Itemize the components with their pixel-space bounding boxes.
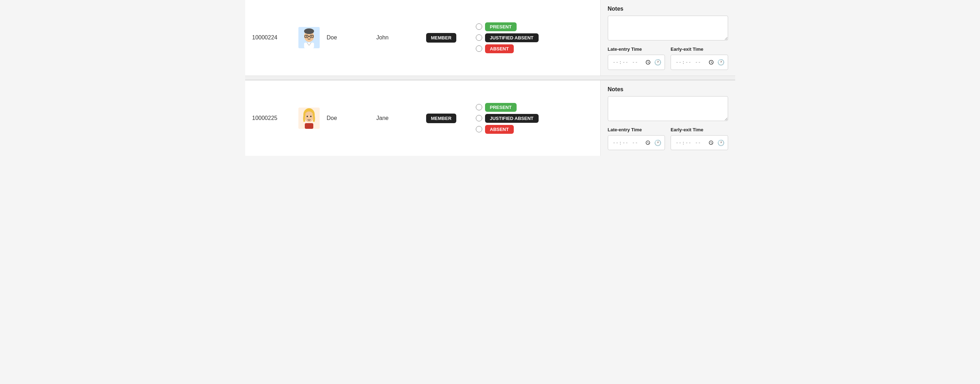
time-fields-2: Late-entry Time 🕐 Early-exit Time 🕐: [608, 127, 728, 150]
member-row-2: 10000225: [245, 80, 735, 156]
badge-present-2: PRESENT: [485, 103, 517, 112]
notes-textarea-2[interactable]: [608, 96, 728, 121]
attendance-absent-2[interactable]: ABSENT: [476, 125, 547, 134]
badge-justified-2: JUSTIFIED ABSENT: [485, 114, 539, 123]
badge-present-1: PRESENT: [485, 22, 517, 31]
notes-textarea-1[interactable]: [608, 16, 728, 40]
member-lastname-2: Doe: [327, 115, 369, 121]
role-badge-2: MEMBER: [426, 113, 457, 123]
early-exit-group-2: Early-exit Time 🕐: [671, 127, 728, 150]
badge-justified-1: JUSTIFIED ABSENT: [485, 33, 539, 42]
late-entry-group-1: Late-entry Time 🕐: [608, 46, 665, 70]
avatar-1: [298, 27, 320, 48]
attendance-absent-1[interactable]: ABSENT: [476, 45, 547, 53]
radio-present-1[interactable]: [476, 24, 482, 30]
svg-point-13: [310, 116, 312, 117]
notes-panel-1: Notes Late-entry Time 🕐 Early-exit Time …: [600, 0, 735, 76]
member-firstname-1: John: [377, 34, 419, 41]
early-exit-input-2[interactable]: [671, 135, 728, 150]
time-fields-1: Late-entry Time 🕐 Early-exit Time 🕐: [608, 46, 728, 70]
svg-point-2: [304, 29, 314, 34]
attendance-present-1[interactable]: PRESENT: [476, 22, 547, 31]
attendance-options-1: PRESENT JUSTIFIED ABSENT ABSENT: [476, 22, 547, 53]
attendance-justified-2[interactable]: JUSTIFIED ABSENT: [476, 114, 547, 123]
notes-label-2: Notes: [608, 86, 728, 92]
member-id-1: 10000224: [252, 34, 295, 41]
role-badge-1: MEMBER: [426, 33, 457, 43]
member-role-2: MEMBER: [426, 113, 469, 123]
late-entry-input-2[interactable]: [608, 135, 665, 150]
member-lastname-1: Doe: [327, 34, 369, 41]
radio-justified-2[interactable]: [476, 115, 482, 121]
badge-absent-2: ABSENT: [485, 125, 514, 134]
radio-absent-1[interactable]: [476, 45, 482, 52]
early-exit-label-1: Early-exit Time: [671, 46, 728, 52]
radio-justified-1[interactable]: [476, 34, 482, 41]
member-info-1: 10000224: [245, 0, 600, 76]
late-entry-wrapper-1: 🕐: [608, 55, 665, 70]
svg-rect-15: [305, 123, 313, 129]
early-exit-input-1[interactable]: [671, 55, 728, 70]
svg-point-11: [304, 112, 313, 122]
attendance-justified-1[interactable]: JUSTIFIED ABSENT: [476, 33, 547, 42]
member-id-2: 10000225: [252, 115, 295, 121]
early-exit-wrapper-2: 🕐: [671, 135, 728, 150]
badge-absent-1: ABSENT: [485, 45, 514, 53]
radio-absent-2[interactable]: [476, 126, 482, 132]
member-row-1: 10000224: [245, 0, 735, 76]
member-firstname-2: Jane: [377, 115, 419, 121]
member-info-2: 10000225: [245, 81, 600, 156]
notes-panel-2: Notes Late-entry Time 🕐 Early-exit Time …: [600, 81, 735, 156]
svg-point-12: [307, 116, 308, 117]
late-entry-wrapper-2: 🕐: [608, 135, 665, 150]
attendance-options-2: PRESENT JUSTIFIED ABSENT ABSENT: [476, 103, 547, 134]
late-entry-label-2: Late-entry Time: [608, 127, 665, 132]
avatar-2: [298, 108, 320, 129]
svg-point-6: [306, 36, 307, 37]
early-exit-group-1: Early-exit Time 🕐: [671, 46, 728, 70]
attendance-present-2[interactable]: PRESENT: [476, 103, 547, 112]
radio-present-2[interactable]: [476, 104, 482, 110]
svg-point-14: [309, 118, 309, 118]
late-entry-label-1: Late-entry Time: [608, 46, 665, 52]
attendance-table: 10000224: [245, 0, 735, 156]
svg-point-7: [311, 36, 312, 37]
late-entry-input-1[interactable]: [608, 55, 665, 70]
notes-label-1: Notes: [608, 6, 728, 12]
row-separator: [245, 76, 735, 80]
early-exit-label-2: Early-exit Time: [671, 127, 728, 132]
late-entry-group-2: Late-entry Time 🕐: [608, 127, 665, 150]
early-exit-wrapper-1: 🕐: [671, 55, 728, 70]
member-role-1: MEMBER: [426, 33, 469, 43]
